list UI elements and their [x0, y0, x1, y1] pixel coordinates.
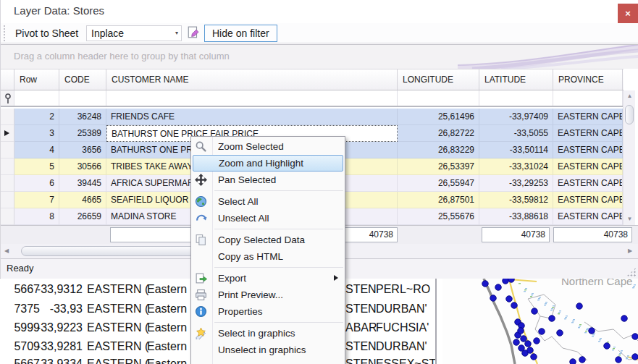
filter-cell-lat[interactable] [479, 90, 553, 106]
swirl-decoration [458, 45, 638, 69]
vertical-scrollbar[interactable]: ▲ ▼ [623, 90, 635, 225]
cell-province[interactable]: EASTERN CAPE [553, 158, 623, 175]
cell-province[interactable]: EASTERN CAPE [553, 142, 623, 158]
group-by-panel[interactable]: Drag a column header here to group by th… [1, 44, 638, 69]
scroll-down-icon[interactable]: ▼ [624, 214, 636, 224]
cell-latitude[interactable]: -33,50114 [479, 142, 553, 158]
filter-cell-name[interactable] [106, 90, 398, 106]
hide-on-filter-button[interactable]: Hide on filter [204, 25, 277, 42]
panel-divider [435, 279, 437, 364]
bg-cell-right-1: STEN [345, 301, 377, 317]
filter-cell-lon[interactable] [398, 90, 479, 106]
bg-cell-province-2: Eastern ( [147, 301, 194, 317]
menu-item-zoom-selected[interactable]: Zoom Selected [193, 138, 343, 155]
bg-cell-latitude: -33,9281 [26, 339, 83, 355]
cell-code[interactable]: 3656 [59, 142, 106, 158]
cell-longitude[interactable]: 26,83229 [398, 142, 479, 158]
bg-cell-right-2: FUCHSIA' [376, 320, 429, 336]
store-dots [482, 279, 638, 364]
column-header-longitude[interactable]: LONGITUDE [398, 69, 479, 90]
cell-latitude[interactable]: -33,29253 [479, 175, 553, 192]
column-header-row-number[interactable]: Row [14, 69, 59, 90]
filter-cell-row[interactable] [14, 90, 59, 106]
filter-cell-code[interactable] [59, 90, 106, 106]
menu-item-pan-selected[interactable]: Pan Selected [193, 172, 343, 188]
column-header-customer-name[interactable]: CUSTOMER NAME [106, 69, 398, 90]
copy-icon [195, 234, 207, 246]
edit-sheet-icon[interactable] [187, 26, 200, 39]
bg-cell-province-2: Eastern ( [147, 356, 194, 364]
close-button[interactable]: × [618, 4, 638, 24]
menu-item-select-all[interactable]: Select All [193, 193, 343, 210]
group-hint-text: Drag a column header here to group by th… [14, 51, 230, 62]
bg-cell-province: EASTERN ( [87, 339, 148, 355]
scroll-up-icon[interactable]: ▲ [624, 91, 636, 101]
scroll-right-icon[interactable]: ▶ [624, 244, 636, 258]
cell-longitude[interactable]: 26,55947 [398, 175, 479, 192]
pivot-mode-combobox[interactable]: Inplace ▾ [86, 25, 182, 41]
menu-item-copy-as-html[interactable]: Copy as HTML [193, 248, 343, 265]
toolbar: Pivot to Sheet Inplace ▾ Hide on filter [1, 23, 638, 43]
filter-row-indicator [1, 90, 14, 106]
cell-code[interactable]: 26659 [59, 208, 106, 225]
cell-latitude[interactable]: -33,59812 [479, 192, 553, 208]
cell-customer-name[interactable]: FRIENDS CAFE [106, 109, 398, 125]
submenu-arrow-icon [334, 275, 338, 281]
cell-code[interactable]: 30566 [59, 158, 106, 175]
cell-latitude[interactable]: -33,88618 [479, 208, 553, 225]
cell-province[interactable]: EASTERN CAPE [553, 208, 623, 225]
cell-latitude[interactable]: -33,5055 [479, 125, 553, 142]
title-bar[interactable]: Layer Data: Stores × [1, 0, 638, 23]
cell-row-number[interactable]: 3 [14, 125, 59, 142]
cell-latitude[interactable]: -33,31024 [479, 158, 553, 175]
cell-code[interactable]: 36248 [59, 109, 106, 125]
map-speckles [519, 283, 636, 359]
vertical-scroll-thumb[interactable] [625, 105, 634, 124]
pivot-to-sheet-button[interactable]: Pivot to Sheet [12, 25, 81, 41]
cell-row-number[interactable]: 4 [14, 142, 59, 158]
toolbar-grip[interactable] [4, 25, 6, 41]
table-row[interactable]: 2 36248 FRIENDS CAFE 25,61496 -33,97409 … [1, 109, 624, 125]
cell-longitude[interactable]: 26,82722 [398, 125, 479, 142]
cell-row-number[interactable]: 8 [14, 208, 59, 225]
chevron-down-icon[interactable]: ▾ [175, 26, 178, 41]
cell-row-number[interactable]: 5 [14, 158, 59, 175]
cell-code[interactable]: 39445 [59, 175, 106, 192]
scroll-left-icon[interactable]: ◀ [1, 244, 12, 258]
cell-province[interactable]: EASTERN CAPE [553, 109, 623, 125]
cell-province[interactable]: EASTERN CAPE [553, 125, 623, 142]
current-row-arrow [4, 130, 9, 136]
cell-province[interactable]: EASTERN CAPE [553, 192, 623, 208]
row-indicator-cell [1, 208, 14, 225]
cell-longitude[interactable]: 25,61496 [398, 109, 479, 125]
filter-cell-prov[interactable] [553, 90, 623, 106]
menu-item-zoom-and-highlight[interactable]: Zoom and Highlight [193, 155, 343, 172]
menu-item-copy-selected-data[interactable]: Copy Selected Data [193, 232, 343, 248]
bg-cell-right-2: PERL~RO [376, 282, 430, 297]
menu-item-unselect-in-graphics[interactable]: Unselect in graphics [193, 342, 343, 358]
cell-longitude[interactable]: 26,53397 [398, 158, 479, 175]
menu-item-select-in-graphics[interactable]: Select in graphics [193, 325, 343, 342]
cell-longitude[interactable]: 26,87501 [398, 192, 479, 208]
cell-row-number[interactable]: 2 [14, 109, 59, 125]
column-header-latitude[interactable]: LATITUDE [479, 69, 553, 90]
cell-row-number[interactable]: 7 [14, 192, 59, 208]
cell-longitude[interactable]: 25,55676 [398, 208, 479, 225]
border-line-2 [528, 295, 555, 318]
bg-cell-right-2: DURBAN' [376, 339, 427, 355]
column-header-province[interactable]: PROVINCE [553, 69, 623, 90]
column-header-code[interactable]: CODE [59, 69, 106, 90]
cell-row-number[interactable]: 6 [14, 175, 59, 192]
cell-code[interactable]: 4665 [59, 192, 106, 208]
cell-latitude[interactable]: -33,97409 [479, 109, 553, 125]
menu-item-print-preview[interactable]: Print Preview... [193, 287, 343, 303]
menu-separator [214, 322, 343, 323]
menu-item-export[interactable]: Export [193, 270, 343, 287]
magnifier-icon [195, 140, 207, 153]
resize-grip[interactable] [626, 267, 637, 276]
cell-province[interactable]: EASTERN CAPE [553, 175, 623, 192]
menu-item-unselect-all[interactable]: Unselect All [193, 210, 343, 227]
cell-code[interactable]: 25389 [59, 125, 106, 142]
map-panel[interactable]: Northern Cape [442, 279, 638, 364]
menu-item-properties[interactable]: Properties [193, 303, 343, 320]
